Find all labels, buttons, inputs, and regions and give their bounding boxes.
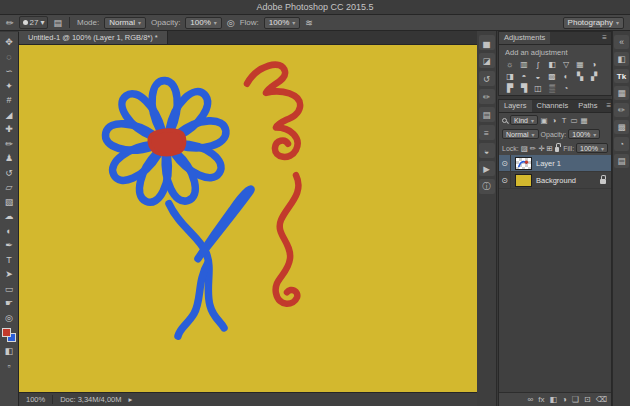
layer-filter-icon[interactable]: ◑ xyxy=(550,116,558,125)
layer-fill-select[interactable]: 100% ▾ xyxy=(576,143,608,153)
adjustment-icon[interactable]: ▜ xyxy=(519,84,529,93)
lock-pixels-icon[interactable]: ✏ xyxy=(530,144,536,153)
lock-all-icon[interactable] xyxy=(555,147,559,152)
lock-position-icon[interactable]: ✛ xyxy=(538,144,544,153)
history-panel-icon[interactable]: ↺ xyxy=(479,71,495,86)
filter-kind-select[interactable]: Kind ▾ xyxy=(510,115,538,125)
adjustment-icon[interactable]: ▥ xyxy=(519,60,529,69)
tab-channels[interactable]: Channels xyxy=(532,100,574,112)
adjustment-icon[interactable]: ◒ xyxy=(533,72,543,81)
airbrush-icon[interactable]: ≋ xyxy=(305,16,313,30)
rail-panel-icon[interactable]: ▦ xyxy=(614,86,629,100)
adjustment-icon[interactable]: ◓ xyxy=(519,72,529,81)
lock-artboard-icon[interactable]: ⊞ xyxy=(546,144,552,153)
brush-settings-panel-icon[interactable]: ✏ xyxy=(479,89,495,104)
adjustment-icon[interactable]: ▩ xyxy=(547,72,557,81)
opacity-select[interactable]: 100% ▾ xyxy=(185,17,221,29)
layer-filter-icon[interactable]: ▣ xyxy=(540,116,548,125)
brush-preset-picker[interactable]: 27 ▾ xyxy=(19,16,49,29)
tab-layers[interactable]: Layers xyxy=(499,100,532,112)
adjustment-icon[interactable]: ◑ xyxy=(589,60,599,69)
hand-tool[interactable]: ☛ xyxy=(1,296,18,311)
adjustment-icon[interactable]: ▚ xyxy=(575,72,585,81)
histogram-panel-icon[interactable]: ▅ xyxy=(479,35,495,50)
layer-name[interactable]: Background xyxy=(536,176,576,185)
eyedropper-tool[interactable]: ◢ xyxy=(1,108,18,123)
blur-tool[interactable]: ☁ xyxy=(1,209,18,224)
layer-filter-icon[interactable]: ▦ xyxy=(580,116,588,125)
shape-tool[interactable]: ▭ xyxy=(1,282,18,297)
healing-brush-tool[interactable]: ✚ xyxy=(1,122,18,137)
navigator-panel-icon[interactable]: ◪ xyxy=(479,53,495,68)
collapse-panels-icon[interactable]: « xyxy=(614,35,629,49)
lock-transparency-icon[interactable]: ▨ xyxy=(521,144,528,153)
zoom-tool[interactable]: ◎ xyxy=(1,311,18,326)
info-panel-icon[interactable]: ⓘ xyxy=(479,179,495,194)
document-tab[interactable]: Untitled-1 @ 100% (Layer 1, RGB/8*) * xyxy=(19,31,168,44)
history-brush-tool[interactable]: ↺ xyxy=(1,166,18,181)
adjustment-icon[interactable]: ◧ xyxy=(547,60,557,69)
adjustment-icon[interactable]: ▛ xyxy=(505,84,515,93)
actions-panel-icon[interactable]: ▶ xyxy=(479,161,495,176)
pressure-opacity-icon[interactable]: ◎ xyxy=(227,16,235,30)
toggle-brush-panel-icon[interactable]: ▤ xyxy=(53,16,62,30)
layer-mask-icon[interactable]: ◧ xyxy=(549,395,557,405)
color-swatches[interactable] xyxy=(2,328,16,342)
adjustment-icon[interactable]: ◐ xyxy=(561,72,571,81)
path-selection-tool[interactable]: ➤ xyxy=(1,267,18,282)
clone-stamp-tool[interactable]: ♟ xyxy=(1,151,18,166)
layer-opacity-select[interactable]: 100% ▾ xyxy=(568,129,600,139)
adjustment-icon[interactable]: ʃ xyxy=(533,60,543,69)
move-tool[interactable]: ✥ xyxy=(1,35,18,50)
adjustment-icon[interactable]: ▒ xyxy=(547,84,557,93)
quick-selection-tool[interactable]: ✦ xyxy=(1,79,18,94)
marquee-tool[interactable]: ◌ xyxy=(1,50,18,65)
color-panel-icon[interactable]: ◒ xyxy=(479,143,495,158)
layer-filter-icon[interactable]: T xyxy=(560,116,568,125)
adjustment-icon[interactable]: ☼ xyxy=(505,60,515,69)
type-tool[interactable]: T xyxy=(1,253,18,268)
canvas[interactable] xyxy=(19,45,477,392)
layer-thumbnail[interactable] xyxy=(515,174,532,187)
crop-tool[interactable]: # xyxy=(1,93,18,108)
layer-name[interactable]: Layer 1 xyxy=(536,159,561,168)
adjustment-layer-icon[interactable]: ◑ xyxy=(562,395,567,405)
flow-select[interactable]: 100% ▾ xyxy=(264,17,300,29)
tab-paths[interactable]: Paths xyxy=(573,100,602,112)
layer-row-layer-1[interactable]: ⊙ Layer 1 xyxy=(499,155,611,172)
gradient-tool[interactable]: ▧ xyxy=(1,195,18,210)
layer-blend-mode-select[interactable]: Normal ▾ xyxy=(502,129,539,139)
paragraph-panel-icon[interactable]: ≡ xyxy=(479,125,495,140)
adjustment-icon[interactable]: ◔ xyxy=(561,84,571,93)
delete-layer-icon[interactable]: ⌫ xyxy=(596,395,607,405)
layer-row-background[interactable]: ⊙ Background xyxy=(499,172,611,189)
rail-panel-icon[interactable]: ◔ xyxy=(614,137,629,151)
status-menu-arrow-icon[interactable]: ▸ xyxy=(128,395,132,404)
screen-mode-icon[interactable]: ▫ xyxy=(1,359,18,374)
layer-thumbnail[interactable] xyxy=(515,157,532,170)
visibility-eye-icon[interactable]: ⊙ xyxy=(499,172,511,188)
rail-panel-icon[interactable]: ▩ xyxy=(614,120,629,134)
adjustment-icon[interactable]: ▽ xyxy=(561,60,571,69)
properties-panel-icon[interactable]: ▤ xyxy=(479,107,495,122)
panel-menu-icon[interactable]: ≡ xyxy=(598,32,611,44)
active-tool-icon[interactable]: ✏ xyxy=(6,16,14,30)
adjustment-icon[interactable]: ◨ xyxy=(505,72,515,81)
rail-panel-icon[interactable]: ✏ xyxy=(614,103,629,117)
dodge-tool[interactable]: ◐ xyxy=(1,224,18,239)
lasso-tool[interactable]: ∽ xyxy=(1,64,18,79)
layer-filter-icon[interactable]: ▭ xyxy=(570,116,578,125)
new-layer-icon[interactable]: ⊡ xyxy=(584,395,591,405)
pen-tool[interactable]: ✒ xyxy=(1,238,18,253)
link-layers-icon[interactable]: ∞ xyxy=(527,395,533,405)
adjustment-icon[interactable]: ▦ xyxy=(575,60,585,69)
tab-adjustments[interactable]: Adjustments xyxy=(499,32,550,44)
tk-panel-icon[interactable]: Tk xyxy=(614,69,629,83)
foreground-color-swatch[interactable] xyxy=(2,328,11,337)
adjustment-icon[interactable]: ▞ xyxy=(589,72,599,81)
layer-effects-icon[interactable]: fx xyxy=(538,395,544,405)
eraser-tool[interactable]: ▱ xyxy=(1,180,18,195)
rail-panel-icon[interactable]: ▤ xyxy=(614,154,629,168)
visibility-eye-icon[interactable]: ⊙ xyxy=(499,155,511,171)
quick-mask-icon[interactable]: ◧ xyxy=(1,344,18,359)
